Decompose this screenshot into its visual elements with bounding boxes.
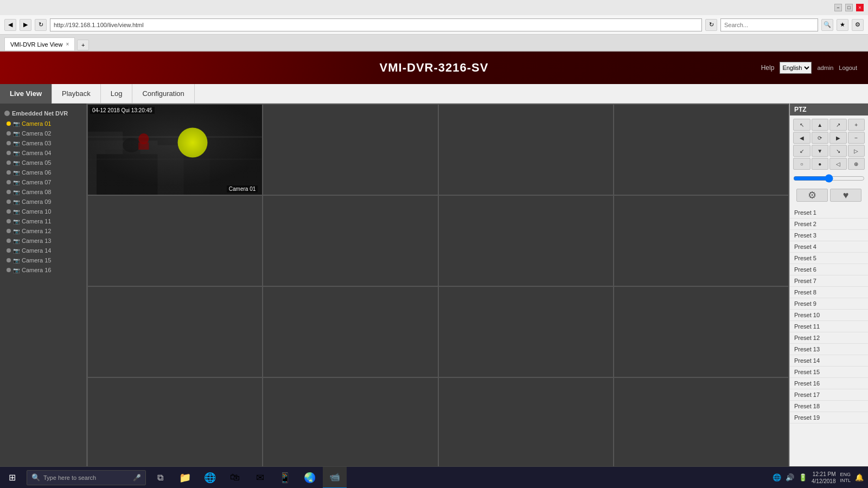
preset-item-10[interactable]: Preset 10 bbox=[790, 310, 868, 321]
new-tab-button[interactable]: + bbox=[77, 40, 89, 50]
ptz-zoomin-button[interactable]: + bbox=[848, 119, 865, 131]
favorites-button[interactable]: ★ bbox=[837, 19, 848, 31]
video-cell-6[interactable] bbox=[263, 195, 438, 286]
preset-item-17[interactable]: Preset 17 bbox=[790, 389, 868, 401]
file-explorer-button[interactable]: 📁 bbox=[173, 467, 197, 489]
nav-log[interactable]: Log bbox=[101, 84, 133, 104]
preset-item-5[interactable]: Preset 5 bbox=[790, 253, 868, 264]
nav-playback[interactable]: Playback bbox=[52, 84, 101, 104]
ptz-focusnear-button[interactable]: ◁ bbox=[829, 158, 847, 170]
preset-item-19[interactable]: Preset 19 bbox=[790, 412, 868, 423]
app6-button[interactable]: 📱 bbox=[273, 467, 297, 489]
video-cell-15[interactable] bbox=[438, 377, 614, 468]
search-bar[interactable] bbox=[720, 18, 818, 31]
search-button[interactable]: 🔍 bbox=[821, 19, 833, 31]
preset-item-4[interactable]: Preset 4 bbox=[790, 241, 868, 253]
ptz-downright-button[interactable]: ↘ bbox=[829, 145, 847, 157]
browser-tab[interactable]: VMI-DVR Live View × bbox=[4, 37, 75, 50]
sidebar-camera-13[interactable]: 📷 Camera 13 bbox=[0, 236, 86, 246]
sidebar-camera-12[interactable]: 📷 Camera 12 bbox=[0, 226, 86, 236]
preset-item-13[interactable]: Preset 13 bbox=[790, 344, 868, 355]
ptz-upleft-button[interactable]: ↖ bbox=[793, 119, 810, 131]
ptz-down-button[interactable]: ▼ bbox=[812, 145, 829, 157]
preset-item-15[interactable]: Preset 15 bbox=[790, 367, 868, 378]
preset-item-2[interactable]: Preset 2 bbox=[790, 219, 868, 230]
minimize-button[interactable]: − bbox=[834, 4, 842, 11]
ptz-auto-button[interactable]: ⟳ bbox=[812, 132, 829, 144]
preset-item-8[interactable]: Preset 8 bbox=[790, 287, 868, 298]
ie-button[interactable]: 🌏 bbox=[298, 467, 322, 489]
preset-item-6[interactable]: Preset 6 bbox=[790, 264, 868, 275]
video-cell-13[interactable] bbox=[87, 377, 263, 468]
video-cell-5[interactable] bbox=[87, 195, 263, 286]
refresh-button[interactable]: ↻ bbox=[35, 19, 47, 31]
store-button[interactable]: 🛍 bbox=[223, 467, 247, 489]
nav-live-view[interactable]: Live View bbox=[0, 84, 52, 104]
help-link[interactable]: Help bbox=[761, 64, 775, 72]
ptz-right-button[interactable]: ▶ bbox=[829, 132, 847, 144]
task-view-button[interactable]: ⧉ bbox=[148, 467, 172, 489]
preset-item-18[interactable]: Preset 18 bbox=[790, 401, 868, 412]
video-cell-9[interactable] bbox=[87, 286, 263, 377]
tab-close-button[interactable]: × bbox=[66, 41, 69, 47]
sidebar-camera-9[interactable]: 📷 Camera 09 bbox=[0, 197, 86, 207]
sidebar-camera-3[interactable]: 📷 Camera 03 bbox=[0, 138, 86, 148]
dvr-button[interactable]: 📹 bbox=[323, 467, 347, 489]
ptz-upright-button[interactable]: ↗ bbox=[829, 119, 847, 131]
video-cell-3[interactable] bbox=[438, 104, 614, 195]
video-cell-8[interactable] bbox=[614, 195, 789, 286]
address-bar[interactable] bbox=[50, 18, 702, 31]
video-cell-10[interactable] bbox=[263, 286, 438, 377]
preset-item-12[interactable]: Preset 12 bbox=[790, 332, 868, 344]
sidebar-camera-8[interactable]: 📷 Camera 08 bbox=[0, 187, 86, 197]
close-button[interactable]: × bbox=[856, 4, 864, 11]
video-cell-12[interactable] bbox=[614, 286, 789, 377]
settings-button[interactable]: ⚙ bbox=[852, 19, 864, 31]
ptz-zoomout-button[interactable]: − bbox=[848, 132, 865, 144]
sidebar-camera-5[interactable]: 📷 Camera 05 bbox=[0, 158, 86, 168]
ptz-up-button[interactable]: ▲ bbox=[812, 119, 829, 131]
video-cell-1[interactable]: 04-12 2018 Qui 13:20:45 Camera 01 bbox=[87, 104, 263, 195]
ptz-extra-button[interactable]: ⊕ bbox=[848, 158, 865, 170]
maximize-button[interactable]: □ bbox=[845, 4, 853, 11]
forward-button[interactable]: ▶ bbox=[20, 19, 31, 31]
ptz-heart-btn[interactable]: ♥ bbox=[830, 189, 861, 202]
ptz-speed-slider[interactable] bbox=[793, 174, 865, 183]
video-cell-7[interactable] bbox=[438, 195, 614, 286]
back-button[interactable]: ◀ bbox=[4, 19, 16, 31]
preset-item-7[interactable]: Preset 7 bbox=[790, 275, 868, 287]
sidebar-camera-7[interactable]: 📷 Camera 07 bbox=[0, 177, 86, 187]
nav-configuration[interactable]: Configuration bbox=[132, 84, 194, 104]
refresh-address-button[interactable]: ↻ bbox=[705, 19, 717, 31]
chrome-button[interactable]: 🌐 bbox=[198, 467, 222, 489]
preset-item-1[interactable]: Preset 1 bbox=[790, 207, 868, 219]
sidebar-camera-16[interactable]: 📷 Camera 16 bbox=[0, 265, 86, 275]
sidebar-camera-14[interactable]: 📷 Camera 14 bbox=[0, 246, 86, 255]
sidebar-camera-10[interactable]: 📷 Camera 10 bbox=[0, 207, 86, 216]
sidebar-camera-2[interactable]: 📷 Camera 02 bbox=[0, 129, 86, 138]
start-button[interactable]: ⊞ bbox=[0, 467, 24, 489]
preset-item-16[interactable]: Preset 16 bbox=[790, 378, 868, 389]
taskbar-search[interactable]: 🔍 Type here to search 🎤 bbox=[27, 470, 146, 485]
ptz-iris-close-button[interactable]: ● bbox=[812, 158, 829, 170]
video-cell-16[interactable] bbox=[614, 377, 789, 468]
video-cell-2[interactable] bbox=[263, 104, 438, 195]
ptz-downleft-button[interactable]: ↙ bbox=[793, 145, 810, 157]
sidebar-camera-15[interactable]: 📷 Camera 15 bbox=[0, 255, 86, 265]
ptz-settings-btn[interactable]: ⚙ bbox=[796, 189, 828, 202]
language-select[interactable]: English bbox=[780, 62, 812, 74]
ptz-focusfar-button[interactable]: ▷ bbox=[848, 145, 865, 157]
ptz-iris-open-button[interactable]: ○ bbox=[793, 158, 810, 170]
preset-item-9[interactable]: Preset 9 bbox=[790, 298, 868, 310]
preset-item-11[interactable]: Preset 11 bbox=[790, 321, 868, 332]
sidebar-camera-6[interactable]: 📷 Camera 06 bbox=[0, 168, 86, 177]
sidebar-camera-11[interactable]: 📷 Camera 11 bbox=[0, 216, 86, 226]
mail-button[interactable]: ✉ bbox=[248, 467, 272, 489]
sidebar-camera-1[interactable]: 📷 Camera 01 bbox=[0, 119, 86, 129]
video-cell-11[interactable] bbox=[438, 286, 614, 377]
sidebar-camera-4[interactable]: 📷 Camera 04 bbox=[0, 148, 86, 158]
video-cell-14[interactable] bbox=[263, 377, 438, 468]
preset-item-3[interactable]: Preset 3 bbox=[790, 230, 868, 241]
ptz-left-button[interactable]: ◀ bbox=[793, 132, 810, 144]
preset-item-14[interactable]: Preset 14 bbox=[790, 355, 868, 367]
